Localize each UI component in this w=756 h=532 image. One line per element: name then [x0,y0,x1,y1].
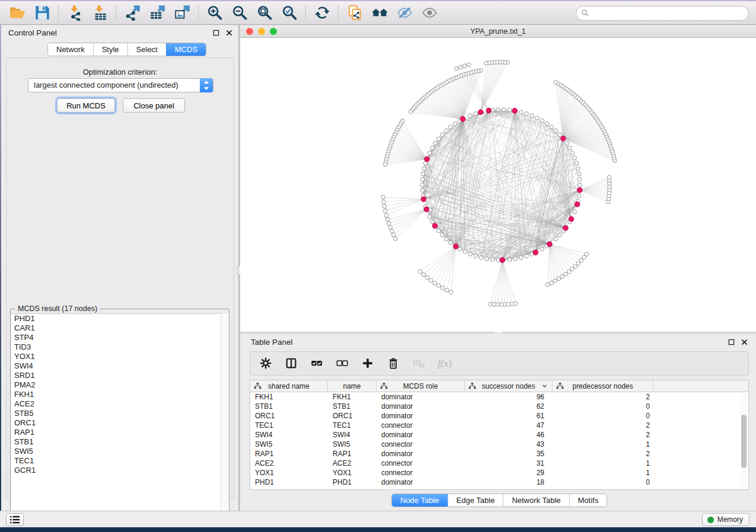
column-header-shared-name[interactable]: shared name [250,380,328,392]
main-toolbar [0,1,756,25]
open-file-button[interactable] [5,3,30,23]
run-mcds-button[interactable]: Run MCDS [57,98,115,113]
cell-shared_name: SWI5 [250,440,328,448]
search-input[interactable] [576,6,749,21]
table-row[interactable]: YOX1YOX1connector291 [250,468,748,477]
table-tab-motifs[interactable]: Motifs [569,494,607,507]
deselect-all-button[interactable] [335,356,350,371]
column-header-predecessor-nodes[interactable]: predecessor nodes [553,380,653,392]
column-header-name[interactable]: name [328,380,377,392]
cell-shared_name: STB1 [250,402,328,411]
import-network-button[interactable] [62,3,87,23]
control-panel-tabs: NetworkStyleSelectMCDS [47,43,206,56]
refresh-button[interactable] [310,3,334,23]
hide-selected-button[interactable] [392,3,417,23]
mcds-result-item[interactable]: GCR1 [11,466,229,475]
mcds-result-item[interactable]: FKH1 [11,390,229,399]
tab-mcds[interactable]: MCDS [166,43,206,56]
select-all-button[interactable] [310,356,325,371]
delete-row-button[interactable] [386,356,401,371]
export-image-button[interactable] [170,3,194,23]
table-row[interactable]: STB1STB1dominator620 [250,402,748,411]
zoom-fit-button[interactable] [252,3,277,23]
status-bar: Memory [0,511,756,527]
mcds-result-item[interactable]: PMA2 [11,380,229,390]
select-all-icon [311,357,324,370]
cell-predecessor_nodes: 2 [553,393,653,401]
mcds-result-item[interactable]: STB1 [11,437,229,447]
mcds-result-item[interactable]: SWI5 [11,447,229,456]
toolbar-separator [338,5,339,21]
float-panel-icon[interactable] [212,29,219,36]
table-tab-network-table[interactable]: Network Table [503,494,569,507]
import-table-icon [92,5,108,21]
mcds-result-item[interactable]: ACE2 [11,399,229,409]
tab-style[interactable]: Style [93,43,127,56]
table-row[interactable]: SWI5SWI5connector431 [250,440,748,449]
cell-predecessor_nodes: 2 [553,450,653,458]
mcds-result-item[interactable]: STP4 [11,333,229,342]
network-window-titlebar[interactable]: YPA_prune.txt_1 [240,25,756,38]
table-tab-edge-table[interactable]: Edge Table [448,494,503,507]
table-row[interactable]: TEC1TEC1connector472 [250,421,748,430]
export-table-button[interactable] [145,3,170,23]
column-header-successor-nodes[interactable]: successor nodes [465,380,553,392]
mcds-result-item[interactable]: ORC1 [11,418,229,428]
add-row-button[interactable] [361,356,376,371]
table-row[interactable]: SWI4SWI4dominator462 [250,430,748,440]
column-header-MCDS-role[interactable]: MCDS role [377,380,465,392]
table-row[interactable]: ORC1ORC1dominator610 [250,411,748,421]
show-all-button[interactable] [417,3,442,23]
table-scrollbar[interactable] [741,393,747,489]
network-canvas[interactable] [240,38,756,332]
mcds-result-item[interactable]: YOX1 [11,352,229,361]
zoom-out-icon [232,5,248,21]
mcds-result-item[interactable]: SWI4 [11,361,229,371]
zoom-out-button[interactable] [227,3,252,23]
float-table-panel-icon[interactable] [728,338,735,345]
settings-button[interactable] [259,356,274,371]
cell-successor_nodes: 62 [465,402,553,411]
export-network-button[interactable] [120,3,145,23]
save-session-button[interactable] [30,3,55,23]
mcds-result-item[interactable]: TEC1 [11,456,229,466]
mcds-result-item[interactable]: CAR1 [11,323,229,333]
mcds-result-item[interactable]: SRD1 [11,371,229,380]
first-neighbors-button[interactable] [367,3,392,23]
optimization-dropdown[interactable]: largest connected component (undirected) [28,78,213,92]
zoom-selected-button[interactable] [277,3,302,23]
columns-button[interactable] [284,356,299,371]
close-table-panel-icon[interactable] [741,338,748,345]
table-row[interactable]: RAP1RAP1dominator352 [250,449,748,459]
zoom-in-button[interactable] [202,3,227,23]
table-tab-node-table[interactable]: Node Table [392,494,448,507]
import-table-button[interactable] [87,3,112,23]
cell-shared_name: PHD1 [250,478,328,486]
cell-successor_nodes: 35 [465,450,553,458]
close-panel-icon[interactable] [225,29,232,36]
tab-network[interactable]: Network [48,43,93,56]
cell-name: RAP1 [328,450,377,458]
tree-icon [254,383,261,389]
column-label: shared name [268,382,310,390]
cell-name: SWI4 [328,431,377,439]
mcds-result-scrollbar[interactable] [221,313,228,521]
task-history-button[interactable] [6,513,24,526]
mcds-result-title: MCDS result (17 nodes) [15,305,100,313]
mcds-result-item[interactable]: TID3 [11,342,229,352]
mcds-result-item[interactable]: STB5 [11,409,229,418]
cell-predecessor_nodes: 1 [553,440,653,448]
mcds-result-item[interactable]: PHD1 [11,314,229,323]
tab-select[interactable]: Select [127,43,166,56]
duplicate-network-button[interactable] [342,3,367,23]
table-row[interactable]: ACE2ACE2connector311 [250,459,748,468]
mcds-result-item[interactable]: RAP1 [11,428,229,437]
table-row[interactable]: FKH1FKH1dominator962 [250,392,748,402]
network-graph[interactable] [240,38,756,332]
cell-mcds_role: connector [377,459,465,467]
close-panel-button[interactable]: Close panel [123,98,185,113]
memory-status-icon [707,517,714,523]
table-row[interactable]: PHD1PHD1dominator180 [250,477,748,487]
table-scrollbar-thumb[interactable] [741,415,747,468]
memory-button[interactable]: Memory [702,513,749,526]
